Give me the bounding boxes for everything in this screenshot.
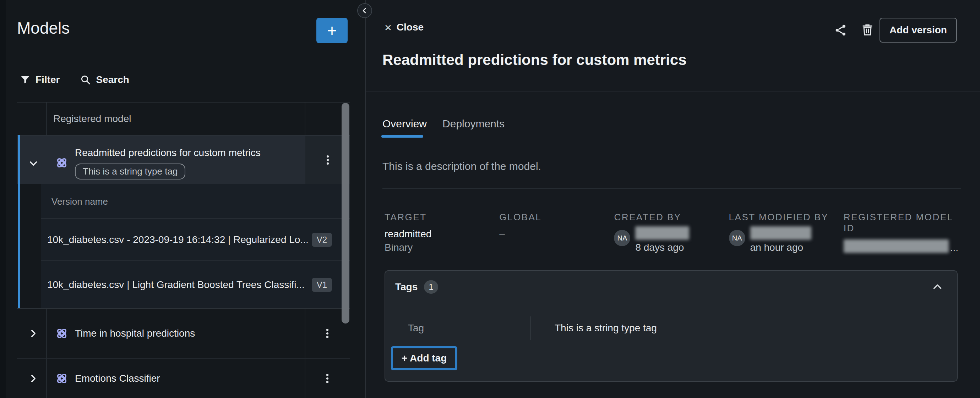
metadata-row: TARGET readmitted Binary GLOBAL – CREATE… [385,212,958,253]
table-header-row: Registered model [17,103,350,135]
add-version-button[interactable]: Add version [880,18,957,43]
chevron-down-icon [27,157,40,170]
header-divider [366,92,980,92]
version-name-column-header: Version name [41,184,350,207]
funnel-icon [20,75,30,85]
target-label: TARGET [385,212,499,223]
model-icon [54,326,69,341]
version-name: 10k_diabetes.csv - 2023-09-19 16:14:32 |… [47,234,312,246]
kebab-menu-icon [321,373,333,385]
column-divider [305,103,305,135]
trash-icon [860,23,875,37]
registered-model-id-label: REGISTERED MODEL ID [844,212,958,234]
global-label: GLOBAL [499,212,614,223]
tags-card: Tags 1 Tag This is a string type tag + A… [385,270,958,382]
add-tag-button[interactable]: + Add tag [391,346,457,370]
models-list-panel: Models + Filter Search [0,0,365,398]
share-button[interactable] [834,24,848,38]
app-window: Models + Filter Search [0,0,980,398]
model-detail-panel: × Close Add version Readmitted predictio… [366,0,980,398]
active-tab-underline [381,135,423,138]
search-icon [80,75,91,85]
model-icon [54,371,69,386]
add-model-button[interactable]: + [317,18,348,43]
expand-row-toggle[interactable] [26,371,40,385]
collapse-row-toggle[interactable] [26,157,40,171]
version-row[interactable]: 10k_diabetes.csv - 2023-09-19 16:14:32 |… [41,219,350,261]
table-row-model[interactable]: Emotions Classifier [17,358,350,398]
tags-title: Tags [395,281,418,293]
model-name: Emotions Classifier [75,373,160,384]
registered-models-table: Registered model [17,102,350,398]
redacted-id [844,239,949,253]
page-title: Models [17,19,70,38]
delete-button[interactable] [860,23,875,38]
registered-model-id-value: ... [844,239,958,253]
metadata-registered-model-id: REGISTERED MODEL ID ... [844,212,958,253]
kebab-menu-icon [322,154,334,166]
collapse-tags-button[interactable] [931,280,944,295]
chevron-left-icon [360,6,369,15]
plus-icon: + [328,21,337,40]
column-divider [46,103,47,135]
avatar: NA [729,230,745,246]
filter-label: Filter [35,74,60,86]
modified-time: an hour ago [750,242,811,253]
chevron-right-icon [27,373,40,385]
version-badge: V2 [312,233,332,247]
metadata-created-by: CREATED BY NA 8 days ago [614,212,729,253]
table-scrollbar[interactable] [342,103,349,323]
metadata-last-modified-by: LAST MODIFIED BY NA an hour ago [729,212,844,253]
filter-button[interactable]: Filter [20,74,60,86]
redacted-username [635,226,689,240]
versions-header-row: Version name [41,184,350,219]
search-button[interactable]: Search [80,74,129,86]
kebab-menu-icon [321,327,333,339]
version-row[interactable]: 10k_diabetes.csv | Light Gradient Booste… [41,261,350,308]
metadata-target: TARGET readmitted Binary [385,212,499,253]
selected-model-group: Readmitted predictions for custom metric… [17,135,350,309]
share-icon [834,24,848,37]
created-by-person: NA 8 days ago [614,226,729,253]
last-modified-person: NA an hour ago [729,226,844,253]
created-time: 8 days ago [635,242,689,253]
table-row-selected-model[interactable]: Readmitted predictions for custom metric… [17,135,350,184]
column-divider [46,309,47,358]
tags-count-badge: 1 [424,280,438,294]
close-button[interactable]: × Close [385,21,423,33]
close-icon: × [385,21,391,33]
chevron-right-icon [27,327,40,339]
add-tag-label: + Add tag [393,348,455,368]
target-value: readmitted [385,228,499,240]
avatar: NA [614,230,630,246]
chevron-up-icon [931,280,944,294]
registered-model-column-header: Registered model [53,113,131,125]
global-value: – [499,228,614,240]
collapse-panel-button[interactable] [357,3,372,18]
ellipsis: ... [950,243,958,253]
versions-subtable: Version name 10k_diabetes.csv - 2023-09-… [41,184,350,308]
tag-column-label: Tag [385,316,531,340]
tab-deployments[interactable]: Deployments [442,118,504,130]
close-label: Close [397,22,423,33]
model-name: Time in hospital predictions [75,328,195,339]
selection-indicator-bar [18,135,20,308]
tags-card-header: Tags 1 [395,280,438,294]
table-row-model[interactable]: Time in hospital predictions [17,309,350,358]
model-tag-chip: This is a string type tag [75,163,185,179]
model-detail-title: Readmitted predictions for custom metric… [382,51,687,68]
tab-overview[interactable]: Overview [382,118,427,130]
tag-table-row: Tag This is a string type tag [385,316,957,340]
row-menu-cell[interactable] [305,358,350,398]
target-type: Binary [385,242,499,253]
version-name: 10k_diabetes.csv | Light Gradient Booste… [47,279,312,290]
last-modified-label: LAST MODIFIED BY [729,212,844,223]
search-label: Search [96,74,129,86]
detail-tabs: Overview Deployments [382,118,504,130]
expand-row-toggle[interactable] [26,327,40,341]
list-toolbar: Filter Search [20,72,129,87]
selected-model-name: Readmitted predictions for custom metric… [75,147,261,159]
tag-value: This is a string type tag [531,316,657,340]
selected-model-cell: Readmitted predictions for custom metric… [75,136,261,179]
created-by-label: CREATED BY [614,212,729,223]
